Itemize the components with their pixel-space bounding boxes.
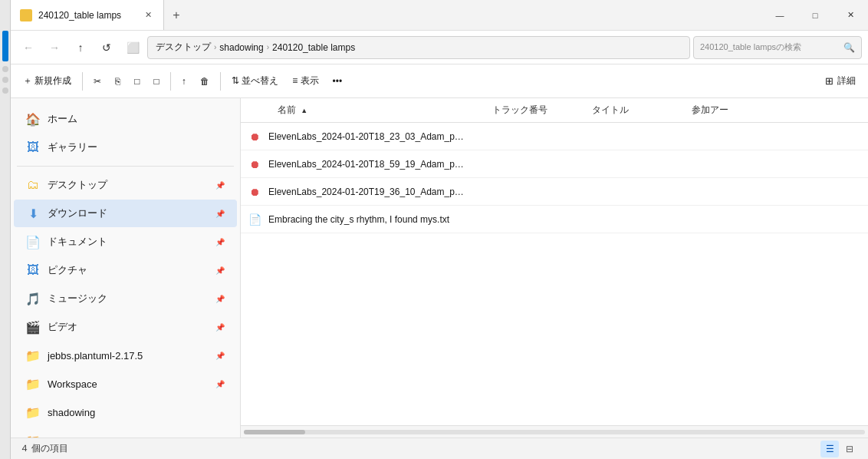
breadcrumb-shadowing[interactable]: shadowing <box>219 42 263 53</box>
sidebar-label-gallery: ギャラリー <box>48 140 225 154</box>
folder-icon-shadowing: 📁 <box>26 405 40 419</box>
table-row[interactable]: ⏺ ElevenLabs_2024-01-20T18_23_03_Adam_pr… <box>241 123 868 150</box>
search-icon: 🔍 <box>843 42 855 53</box>
file-area: 名前 ▲ トラック番号 タイトル 参加アー ⏺ ElevenLabs_20 <box>241 98 868 438</box>
tab-area: 240120_table lamps ✕ + <box>11 0 762 30</box>
sidebar-item-video[interactable]: 🎬 ビデオ 📌 <box>14 313 237 341</box>
breadcrumb[interactable]: デスクトップ › shadowing › 240120_table lamps <box>147 36 690 59</box>
home-icon: 🏠 <box>26 112 40 126</box>
sidebar-item-gallery[interactable]: 🖼 ギャラリー <box>14 134 237 161</box>
pin-icon-workspace: 📌 <box>215 380 225 388</box>
active-tab[interactable]: 240120_table lamps ✕ <box>11 0 164 30</box>
sort-button[interactable]: ⇅ 並べ替え <box>225 70 284 93</box>
forward-button[interactable]: → <box>43 36 66 59</box>
picture-icon: 🖼 <box>26 263 40 277</box>
audio-file-icon: ⏺ <box>247 157 262 172</box>
sidebar: 🏠 ホーム 🖼 ギャラリー 🗂 デスクトップ 📌 ⬇ ダウンロード 📌 <box>11 98 241 438</box>
document-icon: 📄 <box>26 235 40 249</box>
hscroll-thumb[interactable] <box>244 430 305 434</box>
file-name: ElevenLabs_2024-01-20T18_59_19_Adam_pre_… <box>268 159 465 170</box>
sidebar-label-pictures: ピクチャ <box>48 263 208 277</box>
sidebar-label-video: ビデオ <box>48 320 208 334</box>
back-button[interactable]: ← <box>17 36 40 59</box>
status-bar: ４ 個の項目 ☰ ⊟ <box>11 438 868 459</box>
pin-icon-desktop: 📌 <box>215 181 225 190</box>
table-row[interactable]: ⏺ ElevenLabs_2024-01-20T19_36_10_Adam_pr… <box>241 178 868 206</box>
paste-button[interactable]: □ <box>128 70 146 93</box>
folder-icon-workspace: 📁 <box>26 377 40 391</box>
tab-close-button[interactable]: ✕ <box>142 9 154 21</box>
col-header-track[interactable]: トラック番号 <box>492 104 592 117</box>
refresh-button[interactable]: ↺ <box>95 36 118 59</box>
detail-view-button[interactable]: ⊟ <box>840 441 859 457</box>
toolbar-separator-2 <box>170 72 171 91</box>
search-placeholder: 240120_table lampsの検索 <box>700 41 801 53</box>
txt-file-icon: 📄 <box>247 212 262 227</box>
view-toggle-button[interactable]: ⬜ <box>121 36 144 59</box>
maximize-button[interactable]: □ <box>797 0 833 30</box>
copy-button[interactable]: ⎘ <box>109 70 127 93</box>
table-row[interactable]: ⏺ ElevenLabs_2024-01-20T18_59_19_Adam_pr… <box>241 150 868 178</box>
file-name: Embracing the city_s rhythm, I found mys… <box>268 214 465 225</box>
window-controls: — □ ✕ <box>762 0 868 30</box>
navigation-bar: ← → ↑ ↺ ⬜ デスクトップ › shadowing › 240120_ta… <box>11 31 868 64</box>
edge-dot <box>2 66 8 72</box>
sidebar-item-pictures[interactable]: 🖼 ピクチャ 📌 <box>14 256 237 284</box>
pin-icon-jebbs: 📌 <box>215 352 225 360</box>
new-create-button[interactable]: ＋ 新規作成 <box>17 70 77 93</box>
sidebar-item-shadowing[interactable]: 📁 shadowing <box>14 398 237 426</box>
col-header-extra[interactable]: 参加アー <box>692 104 862 117</box>
sidebar-item-home[interactable]: 🏠 ホーム <box>14 105 237 133</box>
col-header-name[interactable]: 名前 ▲ <box>247 104 492 117</box>
share-button[interactable]: ↑ <box>176 70 192 93</box>
close-button[interactable]: ✕ <box>833 0 868 30</box>
desktop-icon: 🗂 <box>26 178 40 192</box>
more-button[interactable]: ••• <box>327 70 349 93</box>
file-name: ElevenLabs_2024-01-20T18_23_03_Adam_pre_… <box>268 131 465 142</box>
table-row[interactable]: 📄 Embracing the city_s rhythm, I found m… <box>241 206 868 233</box>
file-list: ⏺ ElevenLabs_2024-01-20T18_23_03_Adam_pr… <box>241 123 868 425</box>
details-button[interactable]: ⊞ 詳細 <box>819 70 862 93</box>
new-tab-button[interactable]: + <box>164 3 189 28</box>
minimize-button[interactable]: — <box>762 0 797 30</box>
main-layout: 🏠 ホーム 🖼 ギャラリー 🗂 デスクトップ 📌 ⬇ ダウンロード 📌 <box>11 98 868 438</box>
sidebar-item-downloads[interactable]: ⬇ ダウンロード 📌 <box>14 200 237 227</box>
edge-dot <box>2 88 8 94</box>
sidebar-label-shadowing: shadowing <box>48 407 225 418</box>
audio-file-icon: ⏺ <box>247 129 262 144</box>
music-icon: 🎵 <box>26 292 40 305</box>
cut-button[interactable]: ✂ <box>87 70 107 93</box>
tab-folder-icon <box>20 9 32 21</box>
sidebar-item-workspace[interactable]: 📁 Workspace 📌 <box>14 370 237 398</box>
view-toggle-buttons: ☰ ⊟ <box>820 441 859 457</box>
pin-icon-video: 📌 <box>215 323 225 332</box>
title-bar: 240120_table lamps ✕ + — □ ✕ <box>11 0 868 31</box>
file-name: ElevenLabs_2024-01-20T19_36_10_Adam_pre_… <box>268 187 465 197</box>
sidebar-label-downloads: ダウンロード <box>48 206 208 220</box>
sidebar-item-jebbs[interactable]: 📁 jebbs.plantuml-2.17.5 📌 <box>14 342 237 369</box>
up-button[interactable]: ↑ <box>69 36 92 59</box>
view-button[interactable]: ≡ 表示 <box>286 70 324 93</box>
edge-active-indicator <box>2 31 8 61</box>
list-view-button[interactable]: ☰ <box>820 441 839 457</box>
sidebar-item-desktop[interactable]: 🗂 デスクトップ 📌 <box>14 171 237 199</box>
properties-button[interactable]: □ <box>148 70 166 93</box>
folder-icon-jebbs: 📁 <box>26 348 40 362</box>
horizontal-scrollbar[interactable] <box>241 425 868 438</box>
sidebar-item-music[interactable]: 🎵 ミュージック 📌 <box>14 285 237 312</box>
col-header-title[interactable]: タイトル <box>592 104 692 117</box>
delete-button[interactable]: 🗑 <box>194 70 215 93</box>
download-icon: ⬇ <box>26 206 40 220</box>
breadcrumb-desktop[interactable]: デスクトップ <box>156 41 211 54</box>
toolbar-separator-3 <box>220 72 221 91</box>
audio-file-icon: ⏺ <box>247 184 262 200</box>
sidebar-item-streamlit[interactable]: 📁 streamlit_sample <box>14 427 237 438</box>
status-count: ４ 個の項目 <box>20 442 68 455</box>
search-box[interactable]: 240120_table lampsの検索 🔍 <box>693 36 862 59</box>
breadcrumb-folder[interactable]: 240120_table lamps <box>272 42 355 53</box>
sidebar-item-documents[interactable]: 📄 ドキュメント 📌 <box>14 228 237 256</box>
pin-icon-documents: 📌 <box>215 238 225 246</box>
sidebar-label-desktop: デスクトップ <box>48 178 208 192</box>
sidebar-label-home: ホーム <box>48 112 225 126</box>
toolbar: ＋ 新規作成 ✂ ⎘ □ □ ↑ 🗑 ⇅ 並べ替え ≡ 表示 ••• ⊞ 詳細 <box>11 64 868 98</box>
